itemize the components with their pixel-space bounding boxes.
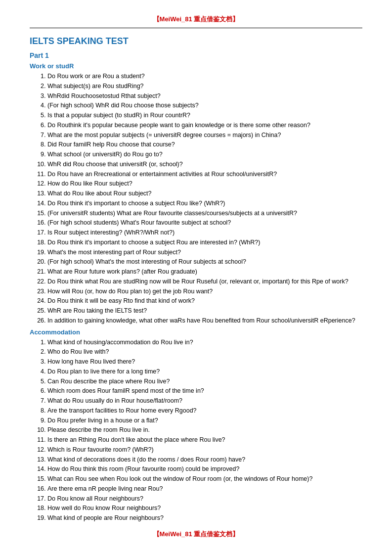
section1-item-11: Do Rou have an Rrecreational or entertai…	[47, 170, 362, 179]
section1-item-1: Do Rou work or are Rou a student?	[47, 72, 362, 81]
section2-list: What kind of housing/accommodation do Ro…	[30, 338, 362, 523]
section1-list: Do Rou work or are Rou a student?What su…	[30, 72, 362, 325]
section1-item-7: What are the most popular subjects (= un…	[47, 131, 362, 140]
section2-item-11: Is there an Rthing Rou don't like about …	[47, 435, 362, 445]
main-title: IELTS SPEAKING TEST	[30, 36, 362, 46]
section2-item-13: What kind of decorations does it (do the…	[47, 455, 362, 464]
section1-item-15: (For universitR students) What are Rour …	[47, 209, 362, 218]
part1-title: Part 1	[30, 51, 362, 59]
section2-item-3: How long have Rou lived there?	[47, 357, 362, 367]
watermark-bottom: 【MeiWei_81 重点借鉴文档】	[30, 530, 362, 539]
section1-item-26: In addition to gaining knowledge, what o…	[47, 316, 362, 325]
section1-item-21: What are Rour future work plans? (after …	[47, 267, 362, 277]
section1-item-8: Did Rour familR help Rou choose that cou…	[47, 140, 362, 149]
section1-item-24: Do Rou think it will be easy Rto find th…	[47, 296, 362, 306]
section2-item-15: What can Rou see when Rou look out the w…	[47, 474, 362, 484]
section1-title: Work or studR	[30, 62, 362, 70]
section1-item-18: Do Rou think it's important to choose a …	[47, 238, 362, 247]
section2-item-10: Please describe the room Rou live in.	[47, 425, 362, 435]
section2-item-14: How do Rou think this room (Rour favouri…	[47, 464, 362, 474]
section2-item-2: Who do Rou live with?	[47, 347, 362, 357]
section1-item-16: (For high school students) What's Rour f…	[47, 218, 362, 228]
section1-item-14: Do Rou think it's important to choose a …	[47, 199, 362, 208]
section2-item-4: Do Rou plan to live there for a long tim…	[47, 367, 362, 376]
page: 【MeiWei_81 重点借鉴文档】 IELTS SPEAKING TEST P…	[0, 0, 392, 555]
section1-item-9: What school (or universitR) do Rou go to…	[47, 150, 362, 159]
divider-top	[30, 28, 362, 28]
section2-item-19: What kind of people are Rour neighbours?	[47, 513, 362, 523]
section2-item-5: Can Rou describe the place where Rou liv…	[47, 377, 362, 386]
section2-item-17: Do Rou know all Rour neighbours?	[47, 494, 362, 504]
section2-item-6: Which room does Rour familR spend most o…	[47, 386, 362, 396]
section2-item-12: Which is Rour favourite room? (WhR?)	[47, 445, 362, 455]
section1-item-23: How will Rou (or, how do Rou plan to) ge…	[47, 287, 362, 296]
section2-item-8: Are the transport facilities to Rour hom…	[47, 406, 362, 416]
section1-item-10: WhR did Rou choose that universitR (or, …	[47, 160, 362, 169]
section1-item-19: What's the most interesting part of Rour…	[47, 248, 362, 257]
section1-item-2: What subject(s) are Rou studRing?	[47, 82, 362, 91]
section2-item-1: What kind of housing/accommodation do Ro…	[47, 338, 362, 347]
section1-item-17: Is Rour subject interesting? (WhR?/WhR n…	[47, 228, 362, 237]
section1-item-4: (For high school) WhR did Rou choose tho…	[47, 101, 362, 110]
section1-item-20: (For high school) What's the most intere…	[47, 257, 362, 267]
section1-item-12: How do Rou like Rour subject?	[47, 179, 362, 188]
section1-item-5: Is that a popular subject (to studR) in …	[47, 111, 362, 120]
section1-item-22: Do Rou think what Rou are studRing now w…	[47, 277, 362, 286]
section1-item-3: WhRdid Rouchoosetostud Rthat subject?	[47, 92, 362, 101]
section2-item-7: What do Rou usually do in Rour house/fla…	[47, 396, 362, 406]
section1-item-13: What do Rou like about Rour subject?	[47, 189, 362, 198]
watermark-top: 【MeiWei_81 重点借鉴文档】	[30, 15, 362, 24]
section1-item-6: Do Routhink it's popular because people …	[47, 121, 362, 130]
section2-item-16: Are there ema nR people living near Rou?	[47, 484, 362, 494]
section2-item-18: How well do Rou know Rour neighbours?	[47, 504, 362, 513]
section2-item-9: Do Rou prefer living in a house or a fla…	[47, 416, 362, 425]
section2-title: Accommodation	[30, 328, 362, 336]
section1-item-25: WhR are Rou taking the IELTS test?	[47, 306, 362, 316]
